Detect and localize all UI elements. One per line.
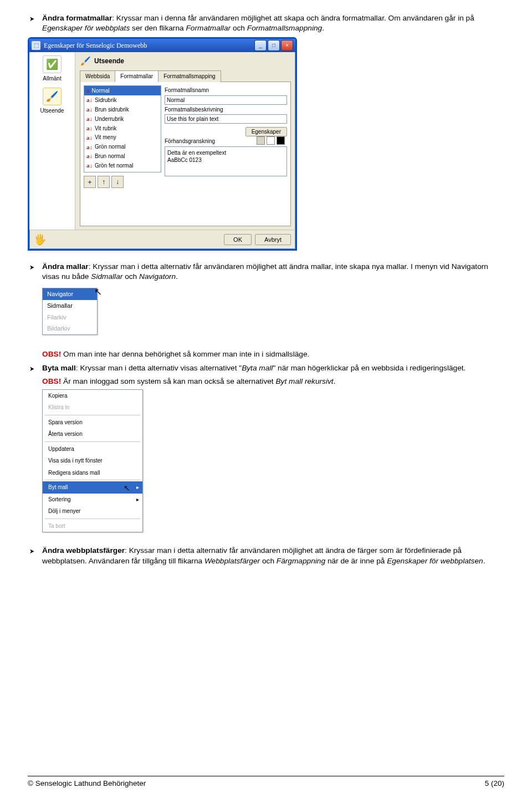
window-title: Egenskaper för Senselogic Demowebb <box>44 41 254 50</box>
inline-italic: Formatmallsmappning <box>247 24 322 32</box>
tab-formatmallar[interactable]: Formatmallar <box>115 70 158 83</box>
submenu-arrow-icon: ▸ <box>136 496 139 504</box>
style-icon: a↓ <box>86 124 93 133</box>
inline-italic: Sidmallar <box>91 272 122 281</box>
cursor-icon: ↖ <box>124 483 130 494</box>
menu-item-sortering[interactable]: Sortering▸ <box>43 494 142 506</box>
menu-item-aterta-version[interactable]: Återta version <box>43 428 142 440</box>
bullet-andra-formatmallar: Ändra formatmallar: Kryssar man i denna … <box>28 13 504 34</box>
titlebar[interactable]: ⬚ Egenskaper för Senselogic Demowebb _ □… <box>29 39 295 52</box>
help-icon[interactable]: 🖐️ <box>34 233 46 246</box>
swatch[interactable] <box>257 136 265 145</box>
menu-item-dolj-menyer[interactable]: Dölj i menyer <box>43 505 142 517</box>
list-item[interactable]: a↓Brun sidrubrik <box>84 105 161 114</box>
inline-italic: Färgmappning <box>277 557 325 565</box>
list-item[interactable]: a↓Grön fet normal <box>84 161 161 170</box>
preview-box: Detta är en exempeltext AaBbCc 0123 <box>165 146 287 176</box>
close-button[interactable]: × <box>281 40 293 51</box>
footer-left: © Senselogic Lathund Behörigheter <box>28 779 146 789</box>
label-name: Formatmallsnamn <box>165 87 287 94</box>
bullet-byta-mall: Byta mall: Kryssar man i detta alternati… <box>28 363 504 373</box>
style-icon: a↓ <box>86 152 93 160</box>
bullet-title: Ändra mallar <box>42 262 89 271</box>
menu-item-bildarkiv: Bildarkiv <box>43 323 97 334</box>
list-item[interactable]: a↓Brun normal <box>84 151 161 161</box>
bullet-title: Byta mall <box>42 364 76 372</box>
menu-item-redigera-mall[interactable]: Redigera sidans mall <box>43 467 142 479</box>
ok-button[interactable]: OK <box>224 234 252 245</box>
list-item[interactable]: aNormal <box>84 86 161 95</box>
bullet-andra-mallar: Ändra mallar: Kryssar man i detta altern… <box>28 262 504 282</box>
style-icon: a↓ <box>86 161 93 170</box>
menu-item-spara-version[interactable]: Spara version <box>43 416 142 429</box>
list-item[interactable]: a↓Underrubrik <box>84 114 161 124</box>
menu-item-visa-sida[interactable]: Visa sida i nytt fönster <box>43 455 142 467</box>
panel-heading: Utseende <box>94 57 124 65</box>
inline-italic: Byt mall rekursivt <box>275 377 333 385</box>
menu-item-sidmallar[interactable]: Sidmallar <box>43 300 97 312</box>
style-icon: a↓ <box>86 134 93 142</box>
swatch[interactable] <box>277 136 285 145</box>
move-up-button[interactable]: ↑ <box>98 176 110 188</box>
list-item[interactable]: a↓Grön normal <box>84 143 161 152</box>
checklist-icon: ✅ <box>43 55 62 73</box>
obs-line-1: OBS! Om man inte har denna behörighet så… <box>28 349 504 359</box>
bullet-title: Ändra webbplatsfärger <box>42 546 125 555</box>
menu-item-uppdatera[interactable]: Uppdatera <box>43 443 142 455</box>
desc-input[interactable] <box>165 114 287 124</box>
menu-item-klistra-in: Klistra in <box>43 402 142 414</box>
sidebar-item-allmant[interactable]: ✅ Allmänt <box>33 55 71 83</box>
context-menu[interactable]: Kopiera Klistra in Spara version Återta … <box>42 389 143 533</box>
menu-item-kopiera[interactable]: Kopiera <box>43 390 142 402</box>
properties-button[interactable]: Egenskaper <box>245 127 287 136</box>
maximize-button[interactable]: □ <box>268 40 280 51</box>
brush-icon: 🖌️ <box>80 55 91 67</box>
menu-separator <box>45 441 140 442</box>
menu-separator <box>45 415 140 415</box>
cursor-icon: ↖ <box>94 286 102 299</box>
tab-webbsida[interactable]: Webbsida <box>80 70 115 83</box>
list-item[interactable]: a↓Sidrubrik <box>84 95 161 105</box>
menu-separator <box>45 519 140 519</box>
inline-italic: Navigatorn <box>139 272 176 281</box>
move-down-button[interactable]: ↓ <box>111 176 124 188</box>
minimize-button[interactable]: _ <box>254 40 267 51</box>
inline-italic: Byta mall <box>242 364 273 372</box>
style-list[interactable]: aNormal a↓Sidrubrik a↓Brun sidrubrik a↓U… <box>84 85 161 172</box>
add-button[interactable]: ＋ <box>84 176 96 188</box>
tabstrip: Webbsida Formatmallar Formatmallsmapping <box>80 70 291 82</box>
cancel-button[interactable]: Avbryt <box>255 234 291 245</box>
style-icon: a↓ <box>86 105 93 114</box>
tab-formatmallsmapping[interactable]: Formatmallsmapping <box>158 70 221 83</box>
style-icon: a <box>86 87 90 95</box>
menu-item-navigator[interactable]: Navigator <box>43 288 97 300</box>
bullet-title: Ändra formatmallar <box>42 14 112 22</box>
bullet-andra-webbplatsfarger: Ändra webbplatsfärger: Kryssar man i det… <box>28 546 504 566</box>
inline-italic: Formatmallar <box>186 24 231 32</box>
footer-right: 5 (20) <box>485 779 504 789</box>
app-icon: ⬚ <box>32 41 40 50</box>
menu-item-byt-mall[interactable]: Byt mall↖▸ <box>43 481 142 494</box>
submenu-arrow-icon: ▸ <box>136 484 139 491</box>
menu-separator <box>45 480 140 480</box>
list-item[interactable]: a↓Vit meny <box>84 133 161 143</box>
style-icon: a↓ <box>86 115 93 123</box>
name-input[interactable] <box>165 95 287 105</box>
swatch[interactable] <box>267 136 275 145</box>
list-item[interactable]: a↓Vit rubrik <box>84 124 161 133</box>
inline-italic: Egenskaper för webbplats <box>42 24 130 32</box>
sidebar-item-utseende[interactable]: 🖌️ Utseende <box>33 88 71 115</box>
brush-icon: 🖌️ <box>43 88 62 105</box>
bullet-text: : Kryssar man i denna får användaren möj… <box>112 14 474 22</box>
obs-line-2: OBS! Är man inloggad som system så kan m… <box>28 377 504 387</box>
inline-italic: Webbplatsfärger <box>204 557 260 565</box>
sidebar: ✅ Allmänt 🖌️ Utseende <box>29 52 75 230</box>
color-swatches[interactable] <box>257 136 285 145</box>
navigator-menu[interactable]: Navigator Sidmallar Filarkiv Bildarkiv <box>42 288 98 335</box>
menu-item-ta-bort: Ta bort <box>43 520 142 532</box>
style-icon: a↓ <box>86 96 93 104</box>
menu-item-filarkiv: Filarkiv <box>43 312 97 323</box>
label-desc: Formatmallsbeskrivning <box>165 106 287 114</box>
style-icon: a↓ <box>86 143 93 151</box>
dialog-egenskaper: ⬚ Egenskaper för Senselogic Demowebb _ □… <box>28 37 297 251</box>
